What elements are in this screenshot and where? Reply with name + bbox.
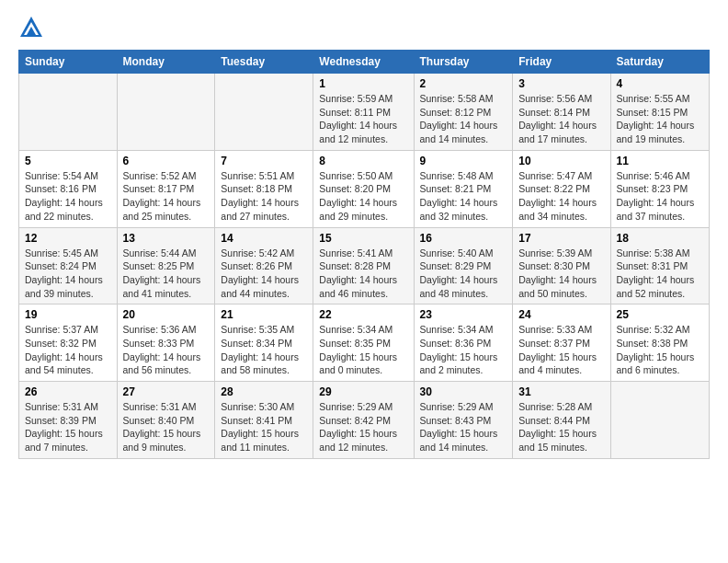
- day-cell: 18Sunrise: 5:38 AM Sunset: 8:31 PM Dayli…: [610, 227, 709, 304]
- day-cell: 16Sunrise: 5:40 AM Sunset: 8:29 PM Dayli…: [414, 227, 513, 304]
- day-info: Sunrise: 5:46 AM Sunset: 8:23 PM Dayligh…: [617, 169, 703, 224]
- week-row-4: 19Sunrise: 5:37 AM Sunset: 8:32 PM Dayli…: [19, 304, 710, 382]
- day-number: 19: [25, 308, 111, 321]
- day-cell: 28Sunrise: 5:30 AM Sunset: 8:41 PM Dayli…: [215, 382, 313, 459]
- col-header-tuesday: Tuesday: [215, 51, 313, 74]
- day-cell: [117, 74, 215, 151]
- day-cell: 21Sunrise: 5:35 AM Sunset: 8:34 PM Dayli…: [215, 304, 313, 382]
- day-info: Sunrise: 5:31 AM Sunset: 8:39 PM Dayligh…: [25, 400, 111, 454]
- header: [18, 15, 710, 40]
- day-info: Sunrise: 5:29 AM Sunset: 8:42 PM Dayligh…: [319, 400, 407, 454]
- day-info: Sunrise: 5:28 AM Sunset: 8:44 PM Dayligh…: [518, 400, 604, 454]
- day-number: 6: [123, 155, 210, 167]
- day-info: Sunrise: 5:47 AM Sunset: 8:22 PM Dayligh…: [518, 169, 604, 224]
- day-info: Sunrise: 5:56 AM Sunset: 8:14 PM Dayligh…: [518, 92, 604, 146]
- col-header-saturday: Saturday: [610, 51, 709, 74]
- day-cell: 23Sunrise: 5:34 AM Sunset: 8:36 PM Dayli…: [414, 304, 513, 382]
- col-header-thursday: Thursday: [414, 51, 513, 74]
- day-info: Sunrise: 5:41 AM Sunset: 8:28 PM Dayligh…: [319, 247, 407, 301]
- day-cell: 14Sunrise: 5:42 AM Sunset: 8:26 PM Dayli…: [215, 227, 313, 304]
- day-cell: 9Sunrise: 5:48 AM Sunset: 8:21 PM Daylig…: [414, 150, 513, 227]
- day-number: 28: [221, 385, 307, 398]
- day-number: 20: [123, 308, 210, 321]
- day-number: 12: [25, 232, 111, 245]
- day-info: Sunrise: 5:29 AM Sunset: 8:43 PM Dayligh…: [420, 400, 507, 454]
- day-info: Sunrise: 5:48 AM Sunset: 8:21 PM Dayligh…: [420, 169, 507, 224]
- day-number: 30: [420, 385, 507, 398]
- day-info: Sunrise: 5:39 AM Sunset: 8:30 PM Dayligh…: [518, 247, 604, 301]
- day-number: 8: [319, 155, 407, 167]
- col-header-friday: Friday: [513, 51, 610, 74]
- day-number: 2: [420, 77, 507, 90]
- day-cell: 13Sunrise: 5:44 AM Sunset: 8:25 PM Dayli…: [117, 227, 215, 304]
- day-cell: 12Sunrise: 5:45 AM Sunset: 8:24 PM Dayli…: [19, 227, 118, 304]
- day-cell: 29Sunrise: 5:29 AM Sunset: 8:42 PM Dayli…: [313, 382, 414, 459]
- day-number: 14: [221, 232, 307, 245]
- day-cell: 25Sunrise: 5:32 AM Sunset: 8:38 PM Dayli…: [610, 304, 709, 382]
- day-info: Sunrise: 5:36 AM Sunset: 8:33 PM Dayligh…: [123, 323, 210, 377]
- day-cell: 7Sunrise: 5:51 AM Sunset: 8:18 PM Daylig…: [215, 150, 313, 227]
- day-number: 7: [221, 155, 307, 167]
- day-cell: [610, 382, 709, 459]
- day-cell: 17Sunrise: 5:39 AM Sunset: 8:30 PM Dayli…: [513, 227, 610, 304]
- day-info: Sunrise: 5:32 AM Sunset: 8:38 PM Dayligh…: [617, 323, 703, 377]
- day-info: Sunrise: 5:34 AM Sunset: 8:35 PM Dayligh…: [319, 323, 407, 377]
- day-info: Sunrise: 5:50 AM Sunset: 8:20 PM Dayligh…: [319, 169, 407, 224]
- day-cell: 6Sunrise: 5:52 AM Sunset: 8:17 PM Daylig…: [117, 150, 215, 227]
- day-number: 15: [319, 232, 407, 245]
- day-info: Sunrise: 5:42 AM Sunset: 8:26 PM Dayligh…: [221, 247, 307, 301]
- page: SundayMondayTuesdayWednesdayThursdayFrid…: [0, 0, 728, 468]
- day-number: 24: [518, 308, 604, 321]
- day-info: Sunrise: 5:37 AM Sunset: 8:32 PM Dayligh…: [25, 323, 111, 377]
- day-cell: 27Sunrise: 5:31 AM Sunset: 8:40 PM Dayli…: [117, 382, 215, 459]
- day-cell: 31Sunrise: 5:28 AM Sunset: 8:44 PM Dayli…: [513, 382, 610, 459]
- week-row-1: 1Sunrise: 5:59 AM Sunset: 8:11 PM Daylig…: [19, 74, 710, 151]
- header-row: SundayMondayTuesdayWednesdayThursdayFrid…: [19, 51, 710, 74]
- day-info: Sunrise: 5:30 AM Sunset: 8:41 PM Dayligh…: [221, 400, 307, 454]
- week-row-2: 5Sunrise: 5:54 AM Sunset: 8:16 PM Daylig…: [19, 150, 710, 227]
- day-number: 22: [319, 308, 407, 321]
- day-cell: 2Sunrise: 5:58 AM Sunset: 8:12 PM Daylig…: [414, 74, 513, 151]
- col-header-wednesday: Wednesday: [313, 51, 414, 74]
- day-cell: 10Sunrise: 5:47 AM Sunset: 8:22 PM Dayli…: [513, 150, 610, 227]
- day-cell: 30Sunrise: 5:29 AM Sunset: 8:43 PM Dayli…: [414, 382, 513, 459]
- day-number: 13: [123, 232, 210, 245]
- day-cell: 26Sunrise: 5:31 AM Sunset: 8:39 PM Dayli…: [19, 382, 118, 459]
- day-cell: 22Sunrise: 5:34 AM Sunset: 8:35 PM Dayli…: [313, 304, 414, 382]
- day-number: 11: [617, 155, 703, 167]
- day-info: Sunrise: 5:31 AM Sunset: 8:40 PM Dayligh…: [123, 400, 210, 454]
- day-number: 31: [518, 385, 604, 398]
- calendar-table: SundayMondayTuesdayWednesdayThursdayFrid…: [18, 50, 710, 459]
- day-info: Sunrise: 5:40 AM Sunset: 8:29 PM Dayligh…: [420, 247, 507, 301]
- day-number: 1: [319, 77, 407, 90]
- day-number: 23: [420, 308, 507, 321]
- day-info: Sunrise: 5:55 AM Sunset: 8:15 PM Dayligh…: [617, 92, 703, 146]
- day-number: 5: [25, 155, 111, 167]
- day-info: Sunrise: 5:34 AM Sunset: 8:36 PM Dayligh…: [420, 323, 507, 377]
- day-number: 9: [420, 155, 507, 167]
- day-cell: 8Sunrise: 5:50 AM Sunset: 8:20 PM Daylig…: [313, 150, 414, 227]
- day-cell: 1Sunrise: 5:59 AM Sunset: 8:11 PM Daylig…: [313, 74, 414, 151]
- day-number: 16: [420, 232, 507, 245]
- day-cell: [19, 74, 118, 151]
- day-number: 27: [123, 385, 210, 398]
- day-number: 18: [617, 232, 703, 245]
- day-cell: 11Sunrise: 5:46 AM Sunset: 8:23 PM Dayli…: [610, 150, 709, 227]
- day-cell: 15Sunrise: 5:41 AM Sunset: 8:28 PM Dayli…: [313, 227, 414, 304]
- day-number: 21: [221, 308, 307, 321]
- week-row-5: 26Sunrise: 5:31 AM Sunset: 8:39 PM Dayli…: [19, 382, 710, 459]
- day-number: 29: [319, 385, 407, 398]
- col-header-monday: Monday: [117, 51, 215, 74]
- day-cell: 19Sunrise: 5:37 AM Sunset: 8:32 PM Dayli…: [19, 304, 118, 382]
- day-info: Sunrise: 5:38 AM Sunset: 8:31 PM Dayligh…: [617, 247, 703, 301]
- day-cell: [215, 74, 313, 151]
- col-header-sunday: Sunday: [19, 51, 118, 74]
- day-info: Sunrise: 5:44 AM Sunset: 8:25 PM Dayligh…: [123, 247, 210, 301]
- day-cell: 20Sunrise: 5:36 AM Sunset: 8:33 PM Dayli…: [117, 304, 215, 382]
- week-row-3: 12Sunrise: 5:45 AM Sunset: 8:24 PM Dayli…: [19, 227, 710, 304]
- day-info: Sunrise: 5:33 AM Sunset: 8:37 PM Dayligh…: [518, 323, 604, 377]
- day-cell: 5Sunrise: 5:54 AM Sunset: 8:16 PM Daylig…: [19, 150, 118, 227]
- day-number: 17: [518, 232, 604, 245]
- day-number: 26: [25, 385, 111, 398]
- day-cell: 24Sunrise: 5:33 AM Sunset: 8:37 PM Dayli…: [513, 304, 610, 382]
